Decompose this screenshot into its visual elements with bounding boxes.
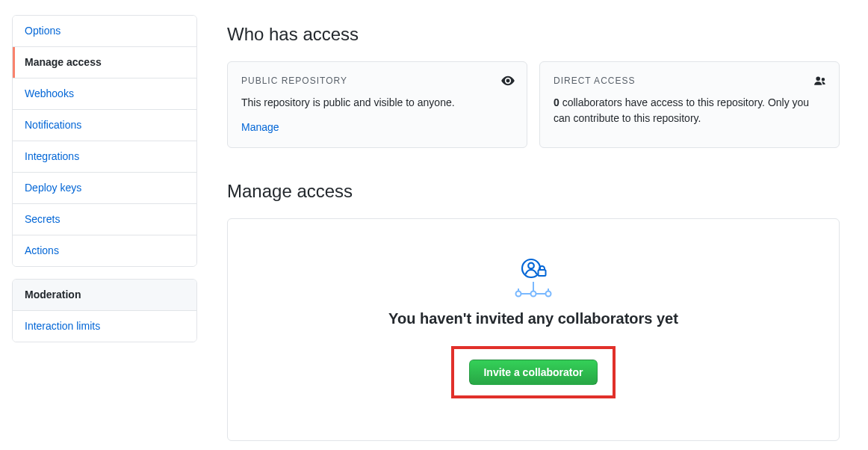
sidebar-item-deploy-keys[interactable]: Deploy keys	[13, 173, 196, 204]
tutorial-highlight-frame: Invite a collaborator	[451, 346, 615, 398]
manage-visibility-link[interactable]: Manage	[241, 121, 279, 133]
sidebar-item-notifications[interactable]: Notifications	[13, 110, 196, 141]
invite-collaborator-button[interactable]: Invite a collaborator	[469, 360, 597, 385]
sidebar-item-label: Manage access	[25, 56, 102, 68]
sidebar-item-actions[interactable]: Actions	[13, 235, 196, 266]
card-heading: PUBLIC REPOSITORY	[241, 74, 513, 87]
people-icon	[813, 74, 827, 87]
svg-rect-9	[539, 270, 546, 276]
card-body: 0 collaborators have access to this repo…	[554, 95, 825, 126]
svg-point-6	[546, 292, 551, 297]
svg-point-4	[516, 292, 521, 297]
card-heading: DIRECT ACCESS	[554, 74, 825, 87]
sidebar-item-label: Secrets	[25, 213, 60, 225]
main-content: Who has access PUBLIC REPOSITORY This re…	[197, 15, 840, 441]
manage-access-box: You haven't invited any collaborators ye…	[227, 218, 840, 441]
empty-state-title: You haven't invited any collaborators ye…	[258, 307, 809, 330]
collaborator-count: 0	[554, 96, 559, 108]
sidebar-item-options[interactable]: Options	[13, 16, 196, 47]
sidebar-item-label: Deploy keys	[25, 182, 81, 194]
sidebar-item-label: Interaction limits	[25, 320, 100, 332]
public-repository-card: PUBLIC REPOSITORY This repository is pub…	[227, 61, 527, 148]
sidebar-item-label: Notifications	[25, 119, 81, 131]
sidebar-item-secrets[interactable]: Secrets	[13, 204, 196, 235]
settings-menu: Options Manage access Webhooks Notificat…	[12, 15, 197, 267]
moderation-menu: Moderation Interaction limits	[12, 279, 197, 342]
card-body: This repository is public and visible to…	[241, 95, 513, 111]
sidebar-item-label: Webhooks	[25, 87, 74, 99]
settings-sidebar: Options Manage access Webhooks Notificat…	[12, 15, 197, 441]
eye-icon	[501, 74, 515, 87]
direct-access-card: DIRECT ACCESS 0 collaborators have acces…	[539, 61, 840, 148]
sidebar-item-label: Options	[25, 25, 61, 37]
sidebar-item-manage-access[interactable]: Manage access	[13, 47, 196, 78]
who-has-access-title: Who has access	[227, 21, 840, 48]
svg-point-5	[531, 292, 536, 297]
collaborators-illustration-icon	[509, 256, 557, 298]
access-cards: PUBLIC REPOSITORY This repository is pub…	[227, 61, 840, 148]
sidebar-item-label: Actions	[25, 244, 59, 256]
sidebar-item-label: Integrations	[25, 150, 79, 162]
sidebar-item-webhooks[interactable]: Webhooks	[13, 78, 196, 110]
card-body-text: collaborators have access to this reposi…	[554, 96, 809, 124]
manage-access-title: Manage access	[227, 178, 840, 205]
sidebar-item-integrations[interactable]: Integrations	[13, 141, 196, 173]
sidebar-item-interaction-limits[interactable]: Interaction limits	[13, 311, 196, 342]
moderation-heading: Moderation	[13, 280, 196, 311]
